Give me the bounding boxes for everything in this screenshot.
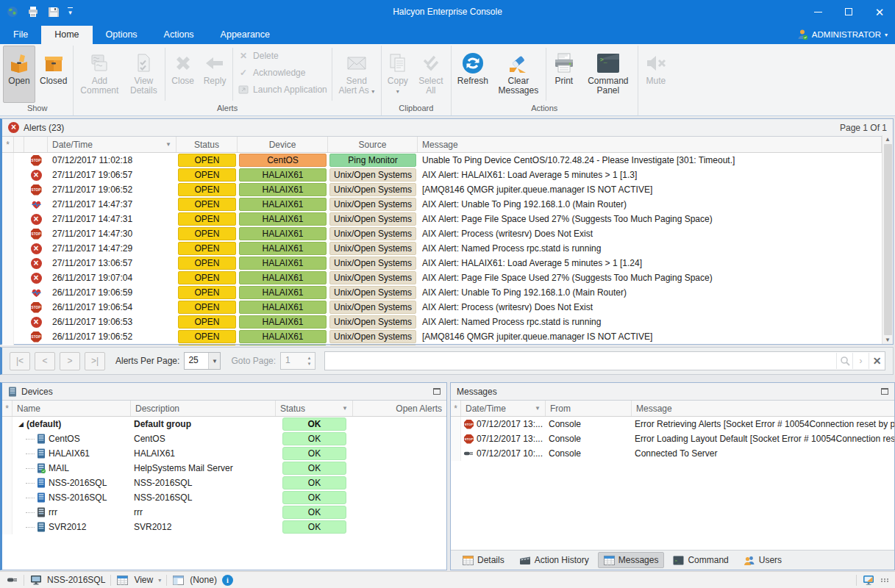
alerts-per-page-select[interactable]: 25 ▼ [184, 352, 221, 370]
alert-row[interactable]: STOP26/11/2017 19:06:52OPENHALAIX61Unix/… [2, 329, 893, 344]
acknowledge-button[interactable]: ✓ Acknowledge [238, 65, 327, 80]
tree-expander-icon[interactable]: ◢ [18, 420, 24, 428]
prev-page-button[interactable]: < [35, 352, 55, 370]
column-header-source[interactable]: Source [328, 137, 418, 152]
message-row[interactable]: STOP07/12/2017 13:...ConsoleError Loadin… [451, 431, 894, 446]
command-panel-button[interactable]: >_ Command Panel [580, 46, 636, 103]
print-button[interactable]: Print [548, 46, 580, 103]
tab-action-history[interactable]: Action History [513, 552, 595, 568]
alert-row[interactable]: ×26/11/2017 19:06:53OPENHALAIX61Unix/Ope… [2, 315, 893, 329]
column-header-from[interactable]: From [546, 401, 632, 416]
delete-button[interactable]: ✕ Delete [238, 48, 327, 63]
resize-grip[interactable] [881, 578, 889, 582]
tab-file[interactable]: File [0, 26, 41, 44]
device-row[interactable]: NSS-2016SQLNSS-2016SQLOK [2, 490, 446, 505]
view-menu[interactable]: View [134, 575, 153, 585]
column-header-message[interactable]: Message [418, 137, 882, 152]
tab-details[interactable]: Details [457, 552, 510, 568]
goto-page-spinner[interactable]: 1 ▲▼ [280, 352, 315, 370]
next-page-button[interactable]: > [60, 352, 80, 370]
column-header-description[interactable]: Description [131, 401, 276, 416]
column-header-message[interactable]: Message [632, 401, 894, 416]
scrollbar-thumb[interactable] [884, 144, 892, 335]
column-header-datetime[interactable]: Date/Time▼ [461, 401, 546, 416]
severity-column-header[interactable] [24, 137, 48, 152]
remote-desktop-icon[interactable] [863, 574, 875, 586]
tab-messages[interactable]: Messages [598, 552, 665, 568]
launch-application-button[interactable]: Launch Application [238, 82, 327, 97]
close-window-button[interactable]: ✕ [864, 0, 895, 24]
scroll-up-icon[interactable]: ▲ [885, 136, 891, 143]
view-details-button[interactable]: View Details [124, 46, 163, 103]
alert-row[interactable]: STOP27/11/2017 19:06:52OPENHALAIX61Unix/… [2, 182, 893, 197]
scroll-down-icon[interactable]: ▼ [885, 337, 891, 343]
column-header-device[interactable]: Device [238, 137, 328, 152]
clear-messages-button[interactable]: Clear Messages [493, 46, 544, 103]
alert-row[interactable]: ×27/11/2017 14:47:31OPENHALAIX61Unix/Ope… [2, 212, 893, 226]
tab-options[interactable]: Options [93, 26, 151, 44]
alert-row[interactable]: 26/11/2017 19:06:59OPENHALAIX61Unix/Open… [2, 285, 893, 300]
alert-row[interactable]: ×27/11/2017 14:47:29OPENHALAIX61Unix/Ope… [2, 241, 893, 256]
message-row[interactable]: 07/12/2017 10:...ConsoleConnected To Ser… [451, 446, 894, 461]
last-page-button[interactable]: >| [85, 352, 105, 370]
info-icon[interactable]: i [222, 575, 233, 586]
globe-icon[interactable] [6, 5, 19, 18]
alerts-vertical-scrollbar[interactable]: ▲ ▼ [882, 135, 893, 344]
column-header-status[interactable]: Status [176, 137, 238, 152]
combo-dropdown-icon[interactable]: ▼ [208, 353, 220, 369]
alert-device: HALAIX61 [238, 270, 328, 285]
alert-device: HALAIX61 [238, 182, 328, 197]
column-header-open-alerts[interactable]: Open Alerts [353, 401, 446, 416]
search-next-icon[interactable]: › [852, 353, 869, 369]
open-alerts-button[interactable]: Open [3, 46, 35, 103]
message-row[interactable]: STOP07/12/2017 13:...ConsoleError Retrie… [451, 417, 894, 431]
maximize-button[interactable] [833, 0, 864, 24]
save-quick-icon[interactable] [47, 5, 60, 18]
message-from: Console [546, 417, 632, 431]
alert-row[interactable]: ×27/11/2017 13:06:57OPENHALAIX61Unix/Ope… [2, 256, 893, 270]
select-all-button[interactable]: Select All [413, 46, 449, 103]
alert-row-partial[interactable] [2, 344, 893, 345]
device-row[interactable]: HALAIX61HALAIX61OK [2, 446, 446, 461]
user-menu[interactable]: ADMINISTRATOR ▾ [796, 29, 895, 44]
customize-quick-access-icon[interactable]: ▾ [68, 7, 73, 16]
alert-row[interactable]: 27/11/2017 14:47:37OPENHALAIX61Unix/Open… [2, 197, 893, 212]
close-alert-button[interactable]: Close [167, 46, 199, 103]
device-row[interactable]: MAILHelpSystems Mail ServerOK [2, 461, 446, 476]
device-row[interactable]: rrrrrrOK [2, 505, 446, 520]
alert-row[interactable]: STOP07/12/2017 11:02:18OPENCentOSPing Mo… [2, 153, 893, 168]
messages-restore-icon[interactable] [881, 388, 888, 395]
first-page-button[interactable]: |< [10, 352, 30, 370]
stop-icon: STOP [31, 184, 42, 196]
column-header-status[interactable]: Status▼ [276, 401, 353, 416]
closed-alerts-button[interactable]: Closed [35, 46, 71, 103]
search-clear-icon[interactable]: ✕ [869, 353, 885, 369]
column-header-name[interactable]: Name [13, 401, 131, 416]
alert-row[interactable]: ×27/11/2017 19:06:57OPENHALAIX61Unix/Ope… [2, 168, 893, 182]
tab-home[interactable]: Home [41, 26, 92, 44]
tab-appearance[interactable]: Appearance [207, 26, 283, 44]
device-row[interactable]: CentOSCentOSOK [2, 431, 446, 446]
device-row[interactable]: NSS-2016SQLNSS-2016SQLOK [2, 476, 446, 490]
alert-row[interactable]: ×26/11/2017 19:07:04OPENHALAIX61Unix/Ope… [2, 270, 893, 285]
reply-button[interactable]: Reply [199, 46, 231, 103]
devices-restore-icon[interactable] [433, 388, 441, 395]
tab-command[interactable]: >_ Command [667, 552, 734, 568]
refresh-button[interactable]: Refresh [453, 46, 493, 103]
send-alert-as-button[interactable]: Send Alert As ▾ [334, 46, 379, 103]
add-comment-button[interactable]: Add Comment [75, 46, 124, 103]
alert-row[interactable]: STOP27/11/2017 14:47:30OPENHALAIX61Unix/… [2, 226, 893, 241]
alerts-search-input[interactable] [325, 352, 836, 370]
device-group-row[interactable]: ◢(default)Default groupOK [2, 417, 446, 431]
tab-actions[interactable]: Actions [151, 26, 207, 44]
command-panel-icon: >_ [596, 50, 621, 76]
search-icon[interactable] [836, 353, 852, 369]
tab-users[interactable]: Users [738, 552, 788, 568]
column-header-datetime[interactable]: Date/Time▼ [48, 137, 176, 152]
copy-button[interactable]: Copy▾ [383, 46, 413, 103]
mute-button[interactable]: Mute [640, 46, 672, 103]
minimize-button[interactable] [802, 0, 833, 24]
print-quick-icon[interactable] [26, 5, 40, 18]
alert-row[interactable]: STOP26/11/2017 19:06:54OPENHALAIX61Unix/… [2, 300, 893, 315]
device-row[interactable]: SVR2012SVR2012OK [2, 520, 446, 534]
